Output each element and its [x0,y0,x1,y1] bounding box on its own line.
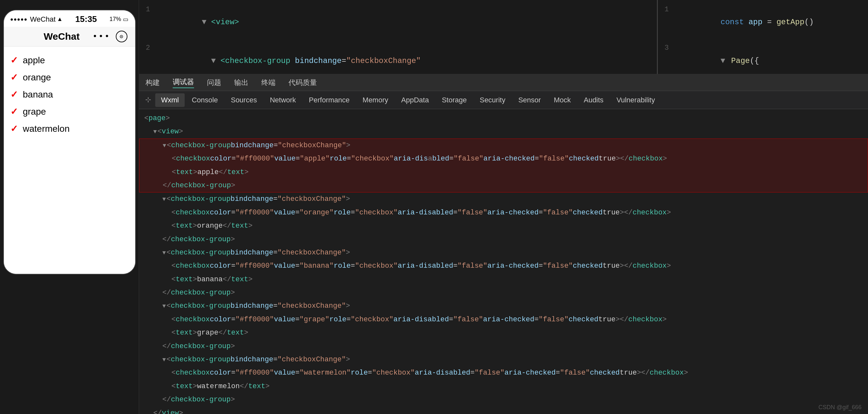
item-label: watermelon [23,124,70,134]
list-item: ✓ banana [4,86,135,103]
code-line: 1 const app = getApp() [658,3,868,42]
dom-line: </checkbox-group> [139,286,868,299]
status-right: 17% ▭ [109,16,128,23]
dom-line: </checkbox-group> [139,340,868,353]
list-item: ✓ watermelon [4,120,135,137]
tab-vulnerability[interactable]: Vulnerability [611,93,661,107]
top-code-panels: 1 ▼ <view> 2 ▼ <checkbox-group bindchang… [139,0,868,74]
dom-line: </view> [139,407,868,414]
phone-title: WeChat [44,31,80,42]
tab-audits[interactable]: Audits [578,93,609,107]
status-left: ●●●●● WeChat ▲ [10,15,63,24]
dom-line: </checkbox-group> [139,233,868,246]
code-line: 2 ▼ <checkbox-group bindchange="checkbox… [139,42,657,74]
phone-header: WeChat ••• ⊙ [4,27,135,46]
checkbox-list: ✓ apple ✓ orange ✓ banana ✓ grape ✓ wate… [4,46,135,274]
phone-simulator: ●●●●● WeChat ▲ 15:35 17% ▭ WeChat ••• ⊙ … [0,0,139,414]
dom-line: <text>banana</text> [139,273,868,286]
dom-line: <checkbox color="#ff0000" value="banana"… [139,259,868,273]
dom-line: <checkbox color="#ff0000" value="orange"… [139,206,868,219]
list-item: ✓ grape [4,103,135,120]
item-label: banana [23,90,53,100]
menu-item-issues[interactable]: 问题 [207,78,221,88]
wxml-editor: 1 ▼ <view> 2 ▼ <checkbox-group bindchang… [139,0,657,74]
dom-line: <checkbox color="#ff0000" value="grape" … [139,313,868,326]
dom-line: <page> [139,112,868,125]
camera-icon[interactable]: ⊙ [116,31,127,42]
devtools-panel: 构建 调试器 问题 输出 终端 代码质量 ⊹ Wxml Console Sour… [139,74,868,414]
phone-time: 15:35 [75,14,97,24]
check-icon: ✓ [10,55,18,66]
dom-line: <checkbox color="#ff0000" value="waterme… [139,366,868,379]
tab-performance[interactable]: Performance [303,93,355,107]
tab-sources[interactable]: Sources [225,93,263,107]
phone-frame: ●●●●● WeChat ▲ 15:35 17% ▭ WeChat ••• ⊙ … [3,10,136,275]
wifi-icon: ▲ [57,16,63,23]
dom-line: ▼<checkbox-group bindchange="checkboxCha… [139,353,868,366]
menu-item-codequality[interactable]: 代码质量 [288,78,317,88]
dom-tree: <page> ▼<view> ▼<checkbox-group bindchan… [139,109,868,414]
tab-sensor[interactable]: Sensor [513,93,547,107]
dom-line: <text>grape</text> [139,326,868,339]
carrier-name: WeChat [30,15,56,24]
battery-pct: 17% [109,16,121,23]
dom-line: ▼<checkbox-group bindchange="checkboxCha… [139,246,868,259]
signal-dots: ●●●●● [10,16,28,22]
menu-item-output[interactable]: 输出 [234,78,248,88]
dom-line-highlighted: <text>apple</text> [139,166,868,179]
dom-line: ▼<view> [139,125,868,138]
tab-console[interactable]: Console [186,93,224,107]
devtools-menu-bar: 构建 调试器 问题 输出 终端 代码质量 [139,74,868,91]
tab-security[interactable]: Security [474,93,511,107]
item-label: apple [23,55,45,66]
tab-wxml[interactable]: Wxml [155,93,185,107]
phone-status-bar: ●●●●● WeChat ▲ 15:35 17% ▭ [4,10,135,27]
item-label: grape [23,107,46,117]
tab-storage[interactable]: Storage [436,93,472,107]
dom-line: </checkbox-group> [139,393,868,406]
editor-area: 1 ▼ <view> 2 ▼ <checkbox-group bindchang… [139,0,868,414]
code-line: 3 ▼ Page({ [658,42,868,74]
check-icon: ✓ [10,89,18,100]
dom-line: <text>watermelon</text> [139,380,868,393]
cursor-icon[interactable]: ⊹ [142,94,154,106]
dom-line-highlighted: </checkbox-group> [139,179,868,193]
item-label: orange [23,72,51,83]
list-item: ✓ apple [4,52,135,69]
list-item: ✓ orange [4,69,135,86]
check-icon: ✓ [10,72,18,83]
battery-icon: ▭ [123,16,128,23]
tab-memory[interactable]: Memory [357,93,394,107]
dom-line: ▼<checkbox-group bindchange="checkboxCha… [139,193,868,206]
dom-line-highlighted: <checkbox color="#ff0000" value="apple" … [139,152,868,165]
dom-line: <text>orange</text> [139,219,868,233]
menu-item-build[interactable]: 构建 [146,78,160,88]
code-line: 1 ▼ <view> [139,3,657,42]
watermark: CSDN @gif_666 [818,404,862,411]
tab-network[interactable]: Network [264,93,302,107]
tab-appdata[interactable]: AppData [396,93,435,107]
check-icon: ✓ [10,106,18,117]
js-editor: 1 const app = getApp() 3 ▼ Page({ 4 data… [658,0,868,74]
more-icon[interactable]: ••• [92,32,111,41]
dom-line: ▼<checkbox-group bindchange="checkboxCha… [139,299,868,313]
menu-item-debug[interactable]: 调试器 [173,77,194,88]
phone-header-icons: ••• ⊙ [92,31,127,42]
dom-line-highlighted: ▼<checkbox-group bindchange="checkboxCha… [139,139,868,152]
tab-mock[interactable]: Mock [548,93,577,107]
check-icon: ✓ [10,124,18,134]
devtools-tabs: ⊹ Wxml Console Sources Network Performan… [139,91,868,109]
menu-item-terminal[interactable]: 终端 [261,78,276,88]
